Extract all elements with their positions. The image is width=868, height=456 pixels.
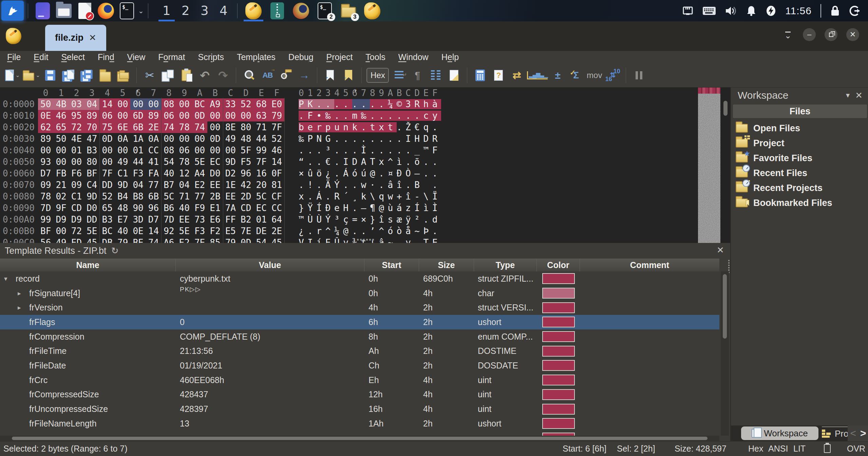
clipboard-status-icon[interactable]	[824, 444, 831, 453]
charset-toggle[interactable]: ANSI	[768, 444, 788, 454]
base-converter-button[interactable]: 1016	[605, 65, 621, 86]
desktop-2[interactable]: 2	[176, 0, 195, 21]
restore-button[interactable]	[825, 28, 837, 41]
hex-row[interactable]: 0:00B0 BF00725EBC400E14925EF3F2E57EDE2E …	[0, 225, 730, 237]
menu-edit[interactable]: Edit	[27, 51, 55, 63]
color-swatch[interactable]	[542, 346, 575, 357]
cut-button[interactable]: ✂	[141, 65, 158, 86]
expand-arrow-icon[interactable]: ▾	[4, 275, 16, 283]
desktop-4[interactable]: 4	[214, 0, 233, 21]
open-file-button[interactable]: ⌄	[23, 65, 40, 86]
workspace-item-open-files[interactable]: Open Files	[731, 121, 868, 136]
menu-tools[interactable]: Tools	[359, 51, 392, 63]
file-manager-button[interactable]	[53, 1, 74, 21]
column-header-start[interactable]: Start	[364, 259, 419, 271]
view-mode-toggle[interactable]: Hex	[748, 444, 763, 454]
color-swatch[interactable]	[542, 288, 575, 299]
find-in-files-button[interactable]	[278, 65, 294, 86]
menu-templates[interactable]: Templates	[230, 51, 282, 63]
table-horizontal-scrollbar[interactable]	[0, 436, 719, 441]
color-swatch[interactable]	[542, 418, 575, 429]
endian-toggle[interactable]: LIT	[793, 444, 806, 454]
kali-menu-button[interactable]	[1, 1, 24, 21]
files-section-header[interactable]: Files	[733, 104, 867, 118]
table-row[interactable]: frFileTime 21:13:56 Ah 2h DOSTIME	[0, 344, 719, 358]
column-header-type[interactable]: Type	[474, 259, 537, 271]
hex-row[interactable]: 0:0000 504B0304140000000800BCA9335268E0 …	[0, 98, 730, 110]
column-header-color[interactable]: Color	[537, 259, 580, 271]
tab-workspace[interactable]: Workspace	[741, 426, 818, 440]
column-mode-button[interactable]	[428, 65, 444, 86]
file-overview-minimap[interactable]	[698, 88, 720, 243]
volume-icon[interactable]	[725, 5, 737, 17]
ascii-bytes[interactable]: ¿.r^¼@..’^óòå~Þ.	[299, 225, 441, 237]
app-launcher-button[interactable]	[32, 1, 53, 21]
taskbar-app-010-editor[interactable]	[242, 0, 265, 21]
hex-row[interactable]: 0:0070 092109C4DD9D0477B704E2EE1E422081 …	[0, 179, 730, 191]
hex-row[interactable]: 0:0030 89504E470D0A1A0A0000000D49484452 …	[0, 133, 730, 145]
table-row[interactable]: frFileNameLength 13 1Ah 2h ushort	[0, 416, 719, 431]
ascii-bytes[interactable]: ...³...Ì....._™F	[299, 145, 441, 156]
taskbar-app-terminal[interactable]: $_ 2	[313, 0, 337, 21]
workspace-item-favorite-files[interactable]: ★ Favorite Files	[731, 151, 868, 166]
template-results-close-icon[interactable]: ✕	[717, 245, 724, 255]
panel-splitter-handle[interactable]	[357, 239, 374, 241]
text-editor-button[interactable]	[74, 1, 95, 21]
ascii-bytes[interactable]: ×ûö¿.Áóú@.¤ÐÒ–..	[299, 168, 441, 179]
table-row[interactable]: frFileDate 01/19/2021 Ch 2h DOSDATE	[0, 358, 719, 373]
column-header-size[interactable]: Size	[419, 259, 474, 271]
terminal-dropdown-chevron-icon[interactable]: ⌄	[138, 7, 144, 15]
pause-button[interactable]	[631, 65, 647, 86]
bookmark-all-button[interactable]	[340, 65, 357, 86]
expand-arrow-icon[interactable]: ▸	[18, 304, 29, 311]
network-ethernet-icon[interactable]	[682, 5, 694, 17]
paste-button[interactable]	[178, 65, 194, 86]
close-file-button[interactable]	[97, 65, 113, 86]
menu-debug[interactable]: Debug	[282, 51, 320, 63]
show-whitespace-button[interactable]: ¶	[409, 65, 426, 86]
table-row[interactable]	[0, 431, 719, 436]
undo-button[interactable]: ↶	[196, 65, 213, 86]
workspace-item-project[interactable]: Project	[731, 136, 868, 151]
refresh-template-icon[interactable]: ↻	[111, 246, 119, 256]
clock[interactable]: 11:56	[785, 5, 812, 17]
color-swatch[interactable]	[542, 302, 575, 313]
table-row[interactable]: frCompression COMP_DEFLATE (8) 8h 2h enu…	[0, 329, 719, 344]
checksum-button[interactable]: ±	[550, 65, 566, 86]
hex-row[interactable]: 0:0010 0E46958906006D8906000D0000006379 …	[0, 110, 730, 121]
color-swatch[interactable]	[542, 360, 575, 371]
workspace-item-recent-projects[interactable]: Recent Projects	[731, 180, 868, 195]
file-properties-button[interactable]: ?	[490, 65, 507, 86]
menu-format[interactable]: Format	[152, 51, 191, 63]
desktop-3[interactable]: 3	[195, 0, 214, 21]
color-swatch[interactable]	[542, 331, 575, 342]
check-sum-sigma-button[interactable]: Σ	[568, 65, 584, 86]
shade-window-button[interactable]: ⌄	[782, 32, 794, 38]
syntax-highlight-button[interactable]	[446, 65, 462, 86]
terminal-launcher-button[interactable]: $_	[116, 1, 137, 21]
menu-select[interactable]: Select	[55, 51, 91, 63]
hex-view-toggle-button[interactable]: Hex	[366, 65, 389, 86]
file-tab-close-icon[interactable]: ✕	[89, 33, 96, 43]
menu-window[interactable]: Window	[392, 51, 435, 63]
column-header-value[interactable]: Value	[176, 259, 364, 271]
logout-icon[interactable]	[849, 5, 861, 17]
tab-scroll-right-icon[interactable]: >	[860, 428, 866, 439]
minimize-button[interactable]: –	[803, 28, 816, 41]
taskbar-app-010-editor-2[interactable]	[360, 0, 384, 21]
workspace-close-icon[interactable]: ✕	[855, 90, 863, 101]
table-row[interactable]: ▸frVersion 4h 2h struct VERSI...	[0, 300, 719, 315]
hex-editor[interactable]: 0123456789ABCDEF 0123456789ABCDEF ▾ ▾ 0:…	[0, 88, 730, 243]
hex-row[interactable]: 0:0060 D7FBF6BF7FC1F3FA4012A4D0D296160F …	[0, 168, 730, 179]
table-vertical-scrollbar[interactable]	[721, 271, 729, 436]
scrollbar-thumb[interactable]	[723, 274, 727, 339]
workspace-chevron-icon[interactable]: ▾	[846, 91, 850, 100]
histogram-button[interactable]: ▂▄▆▃▁	[527, 65, 547, 86]
hex-row[interactable]: 0:00A0 99D9D9DDB3E73DD77DEE73E6FFB20164 …	[0, 214, 730, 225]
ascii-bytes[interactable]: berpunk.txt.Ž€q.	[299, 121, 441, 133]
keyboard-layout-icon[interactable]	[702, 6, 716, 16]
color-swatch[interactable]	[542, 317, 575, 327]
ascii-bytes[interactable]: ™ÙÙÝ³ç=×}îsæÿ².d	[299, 214, 441, 225]
hex-row[interactable]: 0:0080 7802C19D52B4B86B5C71772BEE2D5CCF …	[0, 191, 730, 202]
save-all-button[interactable]	[79, 65, 95, 86]
